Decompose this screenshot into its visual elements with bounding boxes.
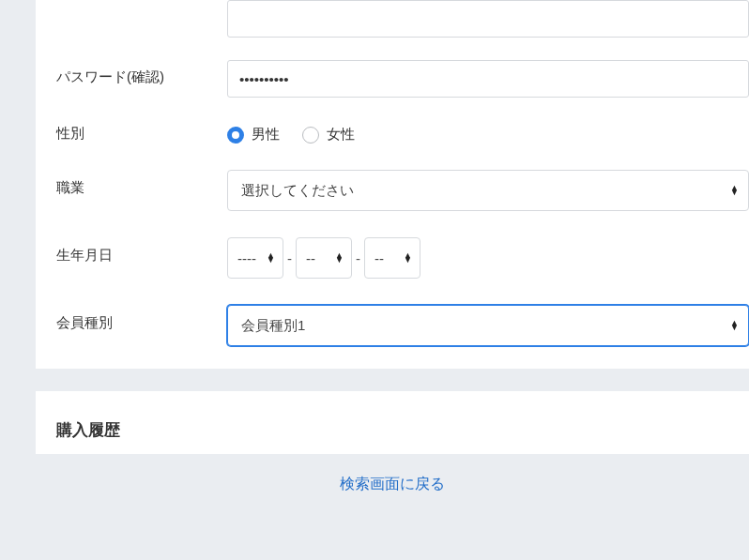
prev-field-label xyxy=(56,0,227,9)
password-confirm-label: パスワード(確認) xyxy=(56,60,227,88)
gender-female-radio[interactable]: 女性 xyxy=(302,126,355,144)
radio-checked-icon xyxy=(227,127,244,144)
occupation-select[interactable]: 選択してください ▲▼ xyxy=(227,170,749,211)
gender-male-radio[interactable]: 男性 xyxy=(227,126,280,144)
gender-radio-group: 男性 女性 xyxy=(227,124,749,144)
select-arrows-icon: ▲▼ xyxy=(730,186,739,195)
birthday-day-select[interactable]: -- ▲▼ xyxy=(364,237,420,279)
select-arrows-icon: ▲▼ xyxy=(267,253,275,263)
occupation-label: 職業 xyxy=(56,170,227,197)
birthday-month-select[interactable]: -- ▲▼ xyxy=(296,237,352,279)
date-separator: - xyxy=(287,250,292,266)
gender-label: 性別 xyxy=(56,125,227,143)
birthday-year-value: ---- xyxy=(237,250,256,266)
select-arrows-icon: ▲▼ xyxy=(404,253,412,263)
date-separator: - xyxy=(356,250,360,266)
select-arrows-icon: ▲▼ xyxy=(730,321,739,330)
gender-male-label: 男性 xyxy=(252,126,280,144)
birthday-month-value: -- xyxy=(306,250,315,266)
password-confirm-input[interactable] xyxy=(227,60,749,98)
footer: 検索画面に戻る xyxy=(36,454,749,515)
select-arrows-icon: ▲▼ xyxy=(335,253,344,263)
radio-unchecked-icon xyxy=(302,127,319,144)
birthday-group: ---- ▲▼ - -- ▲▼ - -- ▲▼ xyxy=(227,237,749,279)
back-to-search-link[interactable]: 検索画面に戻る xyxy=(340,476,445,492)
member-type-value: 会員種別1 xyxy=(241,317,305,335)
birthday-day-value: -- xyxy=(374,250,384,266)
member-form-card: パスワード(確認) 性別 男性 女性 職業 選択してください xyxy=(36,0,749,369)
birthday-label: 生年月日 xyxy=(56,237,227,265)
purchase-history-card: 購入履歴 xyxy=(36,391,749,454)
birthday-year-select[interactable]: ---- ▲▼ xyxy=(227,237,283,279)
member-type-select[interactable]: 会員種別1 ▲▼ xyxy=(227,305,749,346)
prev-text-input[interactable] xyxy=(227,0,749,38)
gender-female-label: 女性 xyxy=(327,126,355,144)
purchase-history-title: 購入履歴 xyxy=(36,391,749,454)
member-type-label: 会員種別 xyxy=(56,305,227,332)
occupation-select-value: 選択してください xyxy=(241,182,354,200)
card-gap xyxy=(0,369,749,391)
